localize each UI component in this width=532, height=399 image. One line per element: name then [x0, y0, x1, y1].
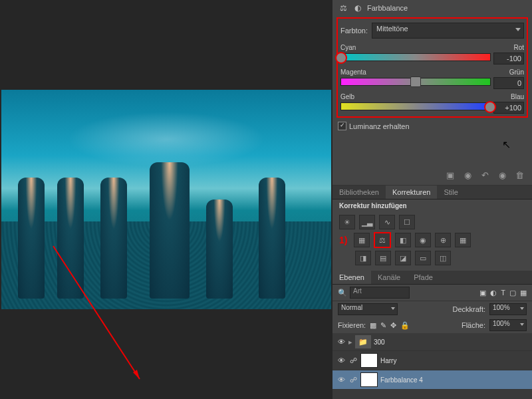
visibility-icon[interactable]: ◉ — [496, 170, 508, 181]
adj-vibrance-icon[interactable]: ▦ — [354, 233, 370, 247]
adj-threshold-icon[interactable]: ◪ — [395, 251, 411, 265]
slider-value-1[interactable] — [493, 77, 524, 89]
reset-icon[interactable]: ↶ — [479, 170, 491, 181]
slider-handle-0[interactable] — [335, 52, 347, 64]
slider-track-1[interactable] — [340, 78, 491, 86]
adj-curves-icon[interactable]: ∿ — [379, 215, 395, 229]
preserve-lum-label: Luminanz erhalten — [349, 122, 410, 130]
layer-row[interactable]: 👁☍Harry — [332, 351, 532, 370]
layer-name: Harry — [380, 357, 528, 364]
adj-color-balance-icon[interactable]: ⚖ — [374, 232, 391, 248]
fill-label: Fläche: — [462, 321, 485, 329]
blend-mode-dropdown[interactable]: Normal — [338, 303, 398, 315]
tab-bibliotheken[interactable]: Bibliotheken — [332, 186, 386, 199]
adj-lut-icon[interactable]: ▦ — [455, 233, 471, 247]
layer-name: 300 — [374, 338, 528, 346]
adj-exposure-icon[interactable]: ☐ — [399, 215, 415, 229]
layer-name: Farbbalance 4 — [380, 376, 528, 384]
search-icon[interactable]: 🔍 — [338, 289, 347, 297]
slider-handle-2[interactable] — [484, 101, 496, 113]
adj-bw-icon[interactable]: ◧ — [395, 233, 411, 247]
adj-selective-color-icon[interactable]: ◫ — [435, 251, 451, 265]
layer-row[interactable]: 👁☍Farbbalance 4 — [332, 370, 532, 390]
slider-right-label: Blau — [511, 93, 524, 100]
tab-korrekturen[interactable]: Korrekturen — [386, 186, 437, 199]
fill-input[interactable]: 100% — [489, 319, 527, 331]
slider-track-0[interactable] — [340, 53, 491, 61]
properties-panel: ⚖ ◐ Farbbalance Farbton: Mitteltöne Cyan… — [332, 0, 532, 399]
tone-dropdown[interactable]: Mitteltöne — [372, 23, 524, 39]
add-adjustment-label: Korrektur hinzufügen — [332, 200, 532, 212]
slider-value-0[interactable] — [493, 53, 524, 65]
adj-invert-icon[interactable]: ◨ — [355, 251, 371, 265]
lock-transp-icon[interactable]: ▩ — [370, 321, 376, 330]
trash-icon[interactable]: 🗑 — [513, 170, 525, 181]
filter-shape-icon[interactable]: ▢ — [509, 289, 516, 297]
slider-left-label: Magenta — [340, 68, 366, 76]
tab-stile[interactable]: Stile — [437, 186, 464, 199]
visibility-toggle[interactable]: 👁 — [336, 356, 346, 364]
adj-brightness-icon[interactable]: ☀ — [339, 215, 355, 229]
lock-pos-icon[interactable]: ✥ — [390, 321, 396, 330]
canvas-area[interactable] — [0, 0, 332, 399]
slider-right-label: Grün — [509, 68, 524, 76]
layers-tabs: EbenenKanälePfade — [332, 271, 532, 285]
layer-list: 👁▸ 📁300👁☍Harry👁☍Farbbalance 4 — [332, 333, 532, 399]
adj-channel-mixer-icon[interactable]: ⊕ — [435, 233, 451, 247]
canvas-image — [1, 90, 331, 309]
adj-footer-icons: ▣ ◉ ↶ ◉ 🗑 — [332, 166, 532, 186]
slider-handle-1[interactable] — [410, 76, 421, 87]
adj-gradient-map-icon[interactable]: ▭ — [415, 251, 431, 265]
filter-text-icon[interactable]: T — [501, 289, 505, 297]
color-balance-controls: Farbton: Mitteltöne CyanRot MagentaGrün … — [336, 17, 528, 118]
lock-all-icon[interactable]: 🔒 — [400, 321, 410, 330]
slider-right-label: Rot — [513, 44, 524, 51]
corrections-tabs: BibliothekenKorrekturenStile — [332, 186, 532, 200]
view-prev-icon[interactable]: ◉ — [462, 170, 473, 181]
panel-title: Farbbalance — [367, 4, 408, 12]
clip-icon[interactable]: ▣ — [444, 170, 456, 181]
opacity-input[interactable]: 100% — [489, 303, 527, 315]
link-icon[interactable]: ☍ — [348, 356, 358, 365]
visibility-toggle[interactable]: 👁 — [336, 376, 346, 384]
layer-row[interactable]: 👁▸ 📁300 — [332, 333, 532, 351]
filter-pixel-icon[interactable]: ▣ — [479, 289, 486, 297]
slider-value-2[interactable] — [493, 102, 524, 114]
adjustment-grid: ☀ ▁▃ ∿ ☐ 1) ▦ ⚖ ◧ ◉ ⊕ ▦ ◨ ▤ ◪ ▭ ◫ — [332, 212, 532, 271]
adj-posterize-icon[interactable]: ▤ — [375, 251, 391, 265]
lock-label: Fixieren: — [338, 321, 366, 329]
tab-ebenen[interactable]: Ebenen — [332, 271, 371, 284]
slider-track-2[interactable] — [340, 102, 491, 110]
opacity-label: Deckkraft: — [452, 305, 485, 313]
mask-icon: ◐ — [352, 3, 363, 13]
balance-icon: ⚖ — [338, 3, 348, 13]
filter-smart-icon[interactable]: ▦ — [520, 289, 527, 297]
adj-photo-filter-icon[interactable]: ◉ — [415, 233, 431, 247]
tone-label: Farbton: — [340, 27, 368, 35]
preserve-lum-checkbox[interactable]: ✓ — [338, 122, 346, 130]
lock-paint-icon[interactable]: ✎ — [380, 321, 386, 330]
filter-adj-icon[interactable]: ◐ — [490, 289, 497, 297]
slider-left-label: Gelb — [340, 93, 354, 100]
slider-left-label: Cyan — [340, 44, 356, 51]
tab-pfade[interactable]: Pfade — [407, 271, 440, 284]
annotation-1: 1) — [339, 235, 347, 245]
adj-levels-icon[interactable]: ▁▃ — [359, 215, 375, 229]
visibility-toggle[interactable]: 👁 — [336, 338, 346, 346]
tab-kanäle[interactable]: Kanäle — [371, 271, 407, 284]
link-icon[interactable]: ☍ — [348, 376, 358, 384]
layer-filter-dropdown[interactable]: Art — [350, 287, 410, 299]
